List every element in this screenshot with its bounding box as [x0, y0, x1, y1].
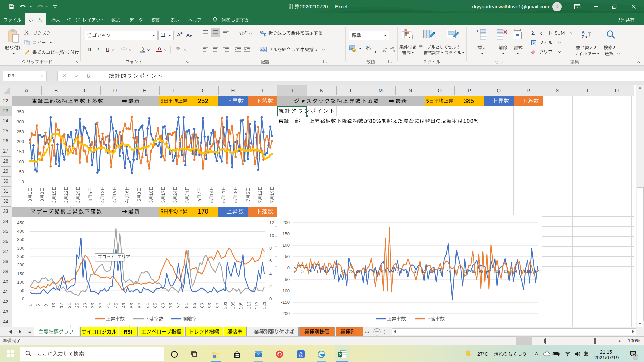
svg-text:→.0: →.0 [390, 49, 395, 52]
svg-text:Z: Z [582, 35, 584, 39]
svg-text:≠: ≠ [409, 35, 411, 39]
svg-text:menu: menu [299, 356, 303, 358]
svg-text:.00: .00 [390, 46, 394, 49]
svg-text:A: A [582, 30, 585, 35]
svg-text:←.0: ←.0 [382, 46, 387, 49]
svg-text:.00: .00 [382, 49, 386, 52]
